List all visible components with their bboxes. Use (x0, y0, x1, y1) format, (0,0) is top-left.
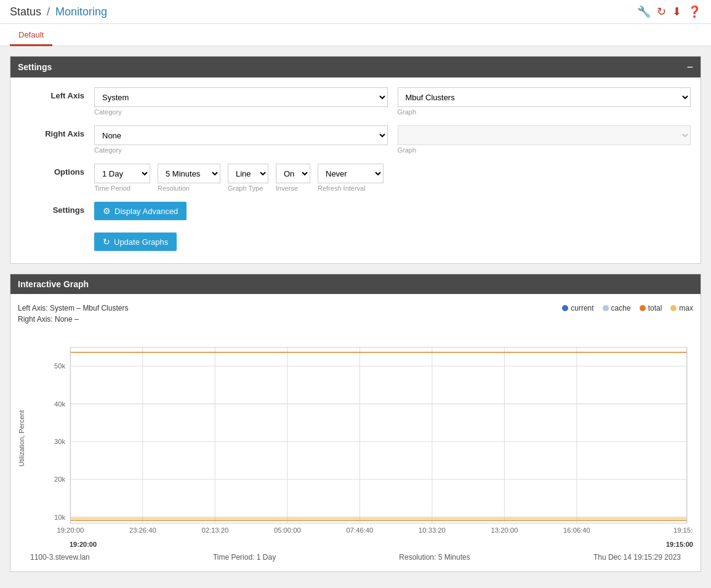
x-end-label: 19:15:00 (666, 541, 693, 548)
right-axis-graph-group: Graph (398, 125, 691, 154)
chart-border (70, 348, 686, 523)
main-content: Settings − Left Axis System Interface Wi… (0, 46, 711, 582)
breadcrumb: Status / Monitoring (10, 6, 107, 18)
x-axis-labels: 19:20:00 23:26:40 02:13:20 05:00:00 07:4… (57, 526, 693, 534)
top-bar: Status / Monitoring 🔧 ↻ ⬇ ❓ (0, 0, 711, 24)
right-axis-label: Right Axis (20, 125, 94, 138)
right-axis-graph-select[interactable] (398, 125, 691, 145)
resolution-label: Resolution (158, 185, 220, 192)
svg-text:10k: 10k (54, 514, 65, 521)
settings-panel-header: Settings − (10, 57, 701, 77)
legend-max-dot (670, 305, 677, 311)
legend-total-label: total (648, 304, 662, 312)
footer-time-period: Time Period: 1 Day (213, 553, 276, 562)
monitoring-text: Monitoring (55, 6, 107, 18)
graph-type-group: Line Area Bar Graph Type (228, 164, 268, 192)
legend-total: total (640, 304, 662, 312)
status-text: Status (10, 6, 41, 18)
x-axis-bold-labels: 19:20:00 19:15:00 (70, 541, 693, 548)
display-advanced-row: Settings ⚙ Display Advanced (20, 202, 691, 220)
inverse-label: Inverse (276, 185, 310, 192)
left-axis-category-group: System Interface Wireless Queues Categor… (94, 87, 388, 116)
svg-text:19:15:00: 19:15:00 (673, 526, 693, 534)
time-period-group: 1 Day 4 Hours 12 Hours 1 Week 1 Month Ti… (94, 164, 150, 192)
time-period-select[interactable]: 1 Day 4 Hours 12 Hours 1 Week 1 Month (94, 164, 150, 183)
chart-area: 50k 40k 30k 20k 10k (33, 328, 693, 548)
footer-timestamp: Thu Dec 14 19:15:29 2023 (593, 553, 681, 562)
left-axis-category-select[interactable]: System Interface Wireless Queues (94, 87, 388, 107)
options-label: Options (20, 164, 94, 177)
update-graphs-label: Update Graphs (114, 237, 168, 247)
left-axis-graph-group: Mbuf Clusters CPU Memory Graph (398, 87, 691, 116)
legend-max: max (670, 304, 693, 312)
legend-current: current (562, 304, 593, 312)
inverse-group: On Off Inverse (276, 164, 310, 192)
gear-icon: ⚙ (103, 206, 111, 216)
legend-cache-label: cache (611, 304, 631, 312)
update-graphs-row: ↻ Update Graphs (20, 230, 691, 253)
options-row: Options 1 Day 4 Hours 12 Hours 1 Week 1 … (20, 164, 691, 192)
help-icon[interactable]: ❓ (688, 5, 701, 18)
svg-text:10:33:20: 10:33:20 (419, 526, 446, 534)
right-axis-row: Right Axis None System Interface Categor… (20, 125, 691, 154)
y-axis-label: Utilization, Percent (18, 328, 30, 548)
update-graphs-button[interactable]: ↻ Update Graphs (94, 232, 177, 251)
footer-resolution: Resolution: 5 Minutes (399, 553, 470, 562)
time-period-label: Time Period (94, 185, 150, 192)
axis-info: Left Axis: System – Mbuf Clusters Right … (18, 304, 128, 326)
refresh-interval-label: Refresh Interval (318, 185, 384, 192)
svg-text:23:26:40: 23:26:40 (129, 526, 156, 534)
graph-type-select[interactable]: Line Area Bar (228, 164, 268, 183)
breadcrumb-sep: / (47, 6, 50, 18)
options-fields: 1 Day 4 Hours 12 Hours 1 Week 1 Month Ti… (94, 164, 691, 192)
right-axis-graph-label: Graph (398, 146, 691, 154)
collapse-button[interactable]: − (686, 62, 693, 73)
footer-host: 1100-3.stevew.lan (30, 553, 90, 562)
svg-text:40k: 40k (54, 400, 65, 408)
x-axis-grid (70, 348, 686, 523)
resolution-select[interactable]: 5 Minutes 1 Minute 15 Minutes 1 Hour (158, 164, 220, 183)
svg-text:16:06:40: 16:06:40 (563, 526, 590, 534)
left-axis-info: Left Axis: System – Mbuf Clusters (18, 304, 128, 312)
left-axis-row: Left Axis System Interface Wireless Queu… (20, 87, 691, 116)
right-axis-fields: None System Interface Category Graph (94, 125, 691, 154)
right-axis-category-label: Category (94, 146, 388, 154)
tab-default[interactable]: Default (10, 24, 52, 46)
svg-text:13:20:00: 13:20:00 (491, 526, 518, 534)
top-icons: 🔧 ↻ ⬇ ❓ (637, 5, 701, 18)
svg-text:19:20:00: 19:20:00 (57, 526, 84, 534)
svg-text:02:13:20: 02:13:20 (201, 526, 228, 534)
refresh-interval-select[interactable]: Never 30 Seconds 1 Minute 5 Minutes (318, 164, 384, 183)
refresh-graphs-icon: ↻ (103, 237, 110, 247)
graph-type-label: Graph Type (228, 185, 268, 192)
graph-panel: Interactive Graph Left Axis: System – Mb… (10, 274, 701, 572)
left-axis-fields: System Interface Wireless Queues Categor… (94, 87, 691, 116)
legend-total-dot (640, 305, 646, 311)
svg-text:50k: 50k (54, 362, 65, 370)
left-axis-category-label: Category (94, 108, 388, 116)
left-axis-graph-select[interactable]: Mbuf Clusters CPU Memory (398, 87, 691, 107)
right-axis-category-select[interactable]: None System Interface (94, 125, 388, 145)
inverse-select[interactable]: On Off (276, 164, 310, 183)
legend-current-dot (562, 305, 568, 311)
graph-panel-header: Interactive Graph (10, 274, 701, 294)
left-axis-label: Left Axis (20, 87, 94, 100)
y-axis-ticks: 50k 40k 30k 20k 10k (54, 362, 687, 520)
wrench-icon[interactable]: 🔧 (637, 5, 651, 18)
svg-text:30k: 30k (54, 438, 65, 445)
refresh-interval-group: Never 30 Seconds 1 Minute 5 Minutes Refr… (318, 164, 384, 192)
display-advanced-button[interactable]: ⚙ Display Advanced (94, 202, 187, 220)
graph-legend: current cache total max (562, 304, 693, 312)
legend-max-label: max (679, 304, 693, 312)
graph-panel-title: Interactive Graph (18, 279, 89, 289)
svg-text:07:46:40: 07:46:40 (347, 526, 374, 534)
legend-cache-dot (603, 305, 609, 311)
download-icon[interactable]: ⬇ (672, 5, 681, 18)
chart-svg: 50k 40k 30k 20k 10k (33, 328, 693, 542)
refresh-icon[interactable]: ↻ (657, 5, 666, 18)
resolution-group: 5 Minutes 1 Minute 15 Minutes 1 Hour Res… (158, 164, 220, 192)
settings-panel-body: Left Axis System Interface Wireless Queu… (10, 77, 701, 263)
svg-text:05:00:00: 05:00:00 (274, 526, 301, 534)
settings-row-label: Settings (20, 202, 94, 215)
graph-body: Left Axis: System – Mbuf Clusters Right … (10, 294, 701, 571)
